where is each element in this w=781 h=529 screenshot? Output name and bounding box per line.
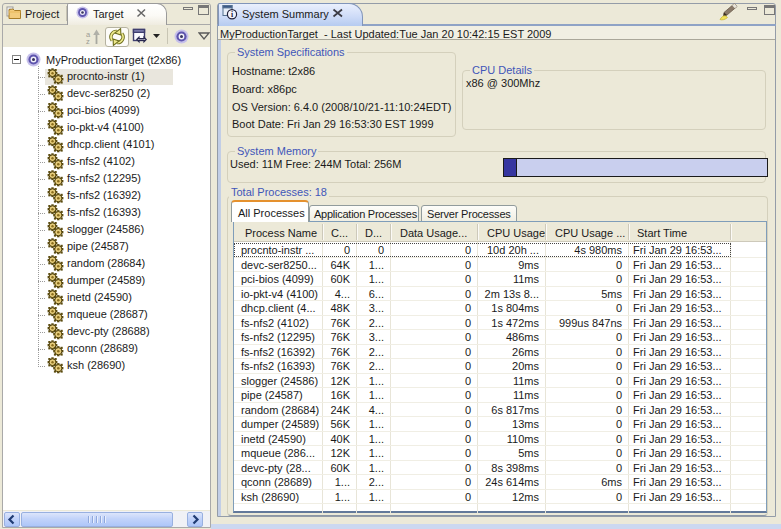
svg-text:z: z	[86, 37, 90, 45]
